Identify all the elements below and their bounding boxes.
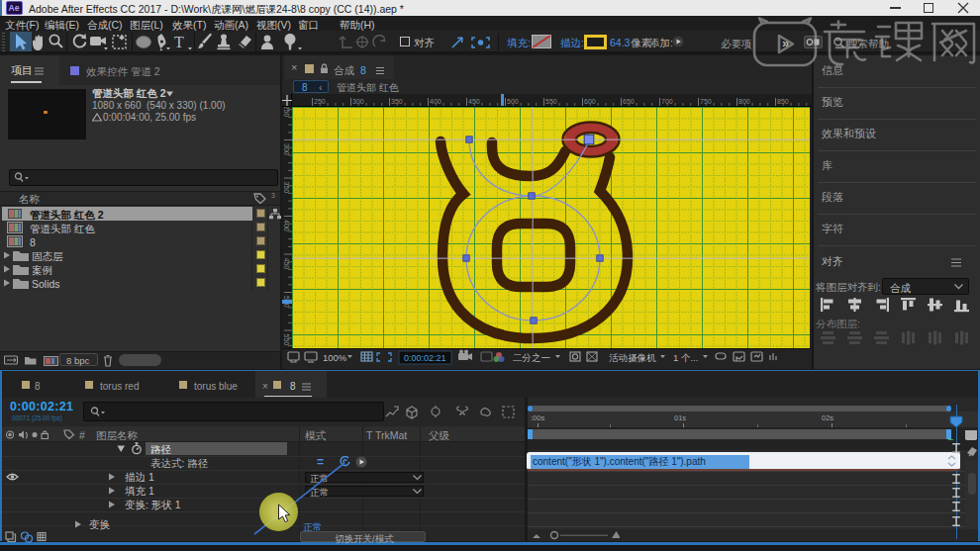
svg-text:T: T	[174, 34, 184, 50]
svg-text:400: 400	[283, 220, 290, 231]
svg-text:0:00:02:21: 0:00:02:21	[404, 353, 446, 363]
svg-text:300: 300	[283, 143, 290, 155]
svg-text:活动摄像机: 活动摄像机	[609, 352, 656, 363]
svg-text:二分之一: 二分之一	[513, 352, 550, 363]
svg-text:550: 550	[283, 334, 290, 346]
svg-text:1 个...: 1 个...	[673, 352, 698, 363]
svg-text:350: 350	[283, 182, 290, 194]
svg-text:250: 250	[283, 107, 290, 117]
svg-text:100%: 100%	[323, 352, 347, 363]
svg-text:450: 450	[283, 258, 290, 270]
